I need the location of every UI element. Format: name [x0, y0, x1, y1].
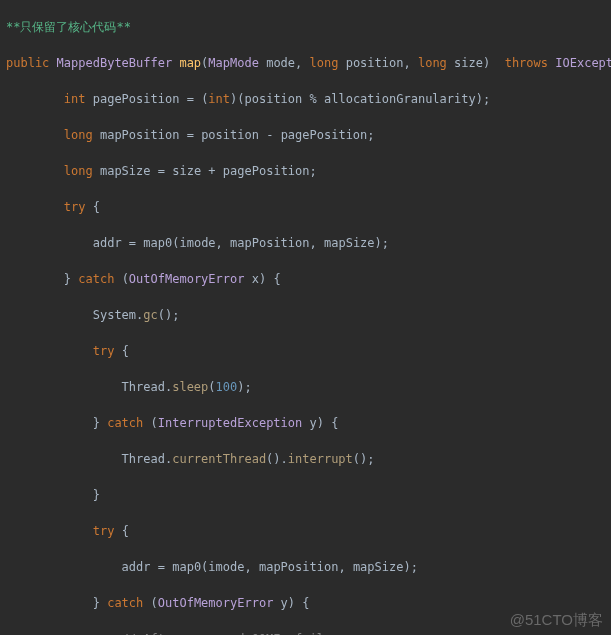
code-line: Thread.currentThread().interrupt(); — [6, 450, 605, 468]
code-line: } catch (OutOfMemoryError y) { — [6, 594, 605, 612]
code-line: long mapPosition = position - pagePositi… — [6, 126, 605, 144]
code-line: } catch (OutOfMemoryError x) { — [6, 270, 605, 288]
code-editor: **只保留了核心代码** public MappedByteBuffer map… — [0, 0, 611, 635]
code-line: Thread.sleep(100); — [6, 378, 605, 396]
code-line: long mapSize = size + pagePosition; — [6, 162, 605, 180]
code-line: int pagePosition = (int)(position % allo… — [6, 90, 605, 108]
code-line: public MappedByteBuffer map(MapMode mode… — [6, 54, 605, 72]
code-line: addr = map0(imode, mapPosition, mapSize)… — [6, 558, 605, 576]
code-line: try { — [6, 522, 605, 540]
code-line: } catch (InterruptedException y) { — [6, 414, 605, 432]
code-line: } — [6, 486, 605, 504]
comment-header: **只保留了核心代码** — [6, 18, 605, 36]
code-line: // After a second OOME, fail — [6, 630, 605, 635]
code-line: addr = map0(imode, mapPosition, mapSize)… — [6, 234, 605, 252]
code-line: try { — [6, 198, 605, 216]
code-line: try { — [6, 342, 605, 360]
code-line: System.gc(); — [6, 306, 605, 324]
